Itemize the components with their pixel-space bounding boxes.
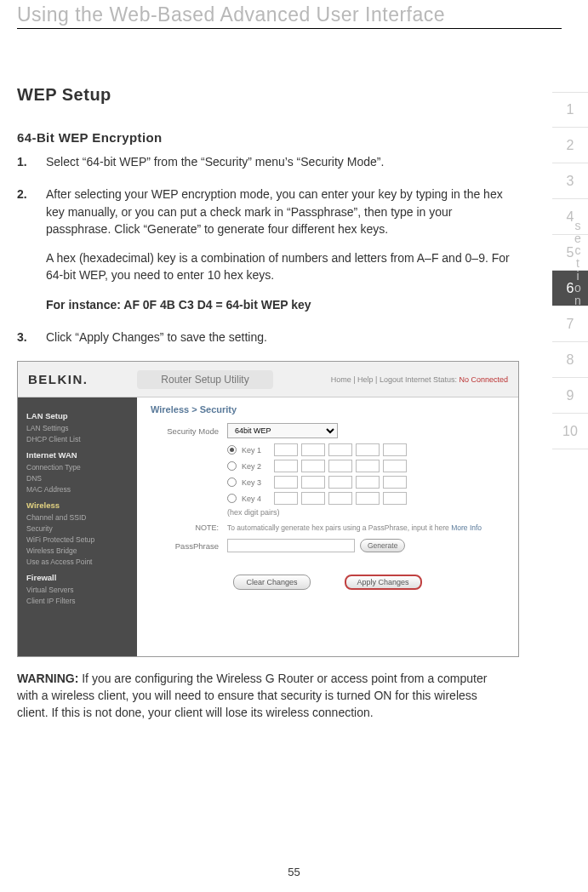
wep-setup-heading: WEP Setup bbox=[17, 85, 511, 105]
section-tab-9[interactable]: 9 bbox=[552, 378, 588, 414]
sidebar-item[interactable]: WiFi Protected Setup bbox=[26, 535, 128, 544]
encryption-heading: 64-Bit WEP Encryption bbox=[17, 130, 511, 145]
security-mode-label: Security Mode bbox=[151, 426, 227, 436]
section-tab-10[interactable]: 10 bbox=[552, 414, 588, 449]
passphrase-input[interactable] bbox=[227, 539, 355, 552]
security-mode-select[interactable]: 64bit WEP bbox=[227, 423, 338, 438]
hex-input[interactable] bbox=[328, 476, 352, 489]
header-underline bbox=[17, 28, 562, 29]
sidebar-section-wireless: Wireless bbox=[26, 500, 128, 510]
sidebar-item[interactable]: DHCP Client List bbox=[26, 435, 128, 443]
internet-status-value: No Connected bbox=[459, 375, 508, 384]
router-screenshot: BELKIN. Router Setup Utility Home | Help… bbox=[17, 361, 519, 657]
warning-label: WARNING: bbox=[17, 672, 78, 685]
key4-radio[interactable] bbox=[227, 494, 237, 503]
section-tab-2[interactable]: 2 bbox=[552, 128, 588, 163]
router-setup-title: Router Setup Utility bbox=[137, 370, 273, 389]
rs-sidebar: LAN Setup LAN Settings DHCP Client List … bbox=[18, 397, 137, 656]
warning-paragraph: WARNING: If you are configuring the Wire… bbox=[17, 671, 511, 721]
apply-changes-button[interactable]: Apply Changes bbox=[345, 575, 422, 590]
hex-input[interactable] bbox=[274, 460, 298, 472]
sidebar-section-lan: LAN Setup bbox=[26, 411, 128, 420]
key1-radio[interactable] bbox=[227, 445, 237, 455]
rs-main: Wireless > Security Security Mode 64bit … bbox=[137, 397, 518, 656]
hex-input[interactable] bbox=[301, 443, 325, 456]
step-3-text: Click “Apply Changes” to save the settin… bbox=[46, 329, 511, 346]
section-tab-1[interactable]: 1 bbox=[552, 92, 588, 128]
header-links-prefix: Home | Help | Logout Internet Status: bbox=[331, 375, 460, 384]
key1-label: Key 1 bbox=[242, 446, 267, 455]
passphrase-label: PassPhrase bbox=[151, 541, 227, 551]
hex-input[interactable] bbox=[383, 492, 407, 505]
step-1-number: 1. bbox=[17, 153, 46, 170]
header-links[interactable]: Home | Help | Logout Internet Status: No… bbox=[331, 375, 508, 384]
step-2-text-a: After selecting your WEP encryption mode… bbox=[46, 186, 511, 237]
hex-input[interactable] bbox=[301, 460, 325, 472]
key4-label: Key 4 bbox=[242, 495, 267, 503]
hex-input[interactable] bbox=[301, 492, 325, 505]
sidebar-item[interactable]: Client IP Filters bbox=[26, 597, 128, 605]
hex-input[interactable] bbox=[383, 460, 407, 472]
rs-header: BELKIN. Router Setup Utility Home | Help… bbox=[18, 362, 518, 397]
generate-button[interactable]: Generate bbox=[360, 539, 405, 552]
hex-input[interactable] bbox=[356, 443, 380, 456]
step-2-number: 2. bbox=[17, 186, 46, 313]
page-number: 55 bbox=[0, 866, 588, 878]
key2-radio[interactable] bbox=[227, 461, 237, 471]
key3-label: Key 3 bbox=[242, 478, 267, 487]
hex-input[interactable] bbox=[274, 476, 298, 489]
step-3: 3. Click “Apply Changes” to save the set… bbox=[17, 329, 511, 346]
hex-pairs-note: (hex digit pairs) bbox=[227, 508, 505, 517]
sidebar-item-security[interactable]: Security bbox=[26, 524, 128, 533]
hex-input[interactable] bbox=[328, 460, 352, 472]
warning-text: If you are configuring the Wireless G Ro… bbox=[17, 672, 487, 718]
clear-changes-button[interactable]: Clear Changes bbox=[233, 575, 310, 590]
step-1-text: Select “64-bit WEP” from the “Security” … bbox=[46, 153, 511, 170]
hex-input[interactable] bbox=[383, 443, 407, 456]
breadcrumb: Wireless > Security bbox=[151, 404, 505, 415]
step-1: 1. Select “64-bit WEP” from the “Securit… bbox=[17, 153, 511, 170]
sidebar-item[interactable]: Channel and SSID bbox=[26, 513, 128, 522]
hex-input[interactable] bbox=[328, 443, 352, 456]
hex-input[interactable] bbox=[328, 492, 352, 505]
more-info-link[interactable]: More Info bbox=[451, 523, 482, 532]
section-tab-7[interactable]: 7 bbox=[552, 306, 588, 342]
sidebar-item[interactable]: Wireless Bridge bbox=[26, 546, 128, 555]
section-label: section bbox=[574, 220, 585, 307]
sidebar-item[interactable]: DNS bbox=[26, 474, 128, 483]
key2-label: Key 2 bbox=[242, 462, 267, 471]
sidebar-section-firewall: Firewall bbox=[26, 573, 128, 582]
steps-list: 1. Select “64-bit WEP” from the “Securit… bbox=[17, 153, 511, 346]
step-2: 2. After selecting your WEP encryption m… bbox=[17, 186, 511, 313]
section-tab-3[interactable]: 3 bbox=[552, 163, 588, 199]
hex-input[interactable] bbox=[274, 443, 298, 456]
hex-input[interactable] bbox=[356, 476, 380, 489]
note-text: To automatically generate hex pairs usin… bbox=[227, 523, 505, 532]
sidebar-item[interactable]: Connection Type bbox=[26, 463, 128, 472]
sidebar-item[interactable]: LAN Settings bbox=[26, 424, 128, 432]
step-3-number: 3. bbox=[17, 329, 46, 346]
note-label: NOTE: bbox=[151, 523, 227, 532]
section-tab-8[interactable]: 8 bbox=[552, 342, 588, 378]
page-header: Using the Web-Based Advanced User Interf… bbox=[0, 0, 588, 28]
main-content: WEP Setup 64-Bit WEP Encryption 1. Selec… bbox=[0, 34, 528, 721]
hex-input[interactable] bbox=[301, 476, 325, 489]
sidebar-section-wan: Internet WAN bbox=[26, 450, 128, 460]
hex-input[interactable] bbox=[383, 476, 407, 489]
hex-input[interactable] bbox=[356, 460, 380, 472]
sidebar-item[interactable]: MAC Address bbox=[26, 485, 128, 494]
hex-input[interactable] bbox=[356, 492, 380, 505]
belkin-logo: BELKIN. bbox=[28, 372, 137, 386]
step-2-text-b: A hex (hexadecimal) key is a combination… bbox=[46, 249, 511, 284]
sidebar-item[interactable]: Virtual Servers bbox=[26, 586, 128, 594]
sidebar-item[interactable]: Use as Access Point bbox=[26, 558, 128, 566]
key3-radio[interactable] bbox=[227, 477, 237, 487]
hex-input[interactable] bbox=[274, 492, 298, 505]
step-2-example: For instance: AF 0F 4B C3 D4 = 64-bit WE… bbox=[46, 296, 511, 313]
